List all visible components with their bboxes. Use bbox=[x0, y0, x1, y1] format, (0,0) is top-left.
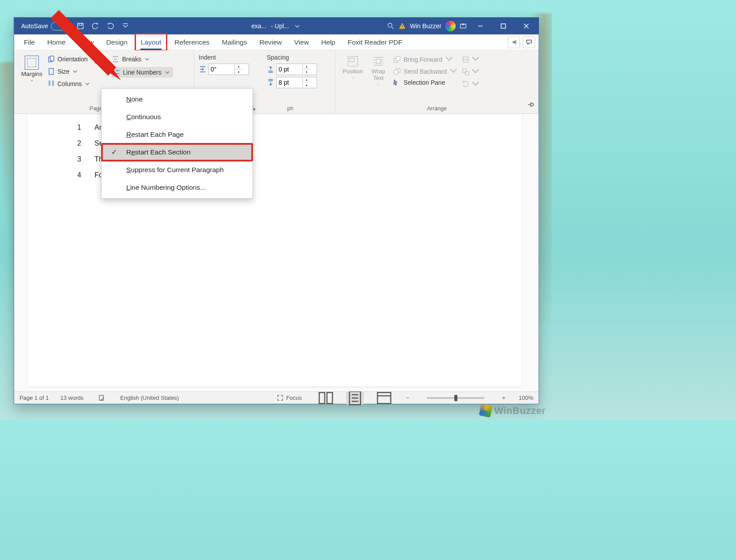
indent-label: Indent bbox=[199, 54, 249, 62]
menu-item-restart-page[interactable]: Restart Each Page bbox=[102, 126, 253, 143]
spacing-label: Spacing bbox=[267, 54, 317, 62]
tab-view[interactable]: View bbox=[288, 34, 315, 50]
svg-text:1: 1 bbox=[113, 69, 115, 72]
group-arrange-label: Arrange bbox=[340, 104, 534, 113]
margins-label: Margins bbox=[19, 71, 45, 77]
tab-references[interactable]: References bbox=[168, 34, 215, 50]
comments-button[interactable] bbox=[523, 37, 535, 48]
account-name[interactable]: Win Buzzer bbox=[410, 23, 442, 30]
menu-item-options[interactable]: Line Numbering Options... bbox=[102, 179, 253, 196]
zoom-in-button[interactable]: + bbox=[500, 392, 507, 404]
svg-rect-0 bbox=[77, 23, 83, 29]
chevron-down-icon bbox=[73, 68, 77, 75]
tab-mailings[interactable]: Mailings bbox=[216, 34, 253, 50]
zoom-percent[interactable]: 100% bbox=[519, 395, 533, 401]
menu-item-suppress[interactable]: Suppress for Current Paragraph bbox=[102, 161, 253, 179]
document-filename: exa... bbox=[251, 23, 266, 30]
line-numbers-button[interactable]: 12 Line Numbers bbox=[111, 67, 173, 78]
undo-icon[interactable] bbox=[91, 22, 99, 30]
tab-review[interactable]: Review bbox=[253, 34, 288, 50]
svg-rect-1 bbox=[79, 23, 82, 26]
zoom-slider[interactable] bbox=[427, 397, 484, 399]
spacing-before-input[interactable]: ▲▼ bbox=[276, 64, 317, 75]
tab-layout[interactable]: Layout bbox=[135, 33, 168, 51]
svg-rect-18 bbox=[463, 69, 466, 72]
save-icon[interactable] bbox=[76, 22, 84, 30]
bring-forward-button[interactable]: Bring Forward bbox=[393, 55, 457, 64]
svg-text:2: 2 bbox=[113, 72, 115, 75]
menu-item-restart-section[interactable]: ✓ Restart Each Section bbox=[102, 143, 253, 161]
indent-left-row: ▲▼ bbox=[199, 64, 249, 75]
watermark: WinBuzzer bbox=[480, 405, 546, 417]
redo-icon[interactable] bbox=[106, 22, 114, 30]
svg-rect-10 bbox=[348, 56, 358, 66]
account-avatar-icon[interactable] bbox=[445, 21, 456, 31]
chevron-down-icon bbox=[91, 56, 95, 63]
send-backward-button[interactable]: Send Backward bbox=[393, 67, 457, 76]
svg-rect-22 bbox=[377, 392, 391, 403]
ribbon-display-icon[interactable] bbox=[459, 22, 467, 30]
autosave-label: AutoSave bbox=[21, 23, 48, 30]
margins-button[interactable]: Margins ⌄ bbox=[19, 53, 45, 82]
check-icon: ✓ bbox=[111, 148, 118, 156]
chevron-down-icon bbox=[145, 56, 149, 63]
status-page[interactable]: Page 1 of 1 bbox=[19, 395, 49, 401]
maximize-button[interactable] bbox=[494, 18, 513, 34]
selection-pane-button[interactable]: Selection Pane bbox=[393, 79, 457, 86]
status-language[interactable]: English (United States) bbox=[120, 395, 179, 401]
zoom-out-button[interactable]: − bbox=[404, 392, 411, 404]
title-dropdown-icon[interactable] bbox=[294, 22, 302, 30]
share-button[interactable] bbox=[508, 37, 520, 48]
menu-item-none[interactable]: None bbox=[102, 90, 253, 108]
ribbon-pin-icon[interactable] bbox=[527, 101, 534, 110]
size-button[interactable]: Size bbox=[47, 67, 98, 76]
titlebar: AutoSave Off exa... - Upl... Win Buzzer bbox=[14, 18, 539, 34]
autosave-toggle[interactable]: AutoSave Off bbox=[21, 22, 69, 30]
spacing-after-row: ▲▼ bbox=[267, 77, 317, 88]
group-button[interactable] bbox=[462, 67, 479, 77]
svg-rect-11 bbox=[350, 58, 354, 62]
tab-design[interactable]: Design bbox=[100, 34, 134, 50]
tab-home[interactable]: Home bbox=[41, 34, 72, 50]
svg-rect-14 bbox=[396, 56, 400, 60]
breaks-button[interactable]: Breaks bbox=[111, 55, 173, 64]
margins-icon bbox=[25, 56, 39, 70]
qat-customize-icon[interactable] bbox=[121, 22, 129, 30]
tab-help[interactable]: Help bbox=[315, 34, 342, 50]
document-area[interactable]: 1 An Exa 2 Second 3 Third Li 4 Fourth bbox=[14, 114, 539, 391]
spacing-after-input[interactable]: ▲▼ bbox=[276, 77, 317, 88]
svg-rect-16 bbox=[394, 70, 398, 74]
minimize-button[interactable] bbox=[471, 18, 490, 34]
word-window: AutoSave Off exa... - Upl... Win Buzzer … bbox=[14, 17, 539, 404]
svg-rect-19 bbox=[465, 71, 469, 75]
status-spellcheck[interactable] bbox=[95, 392, 109, 404]
statusbar: Page 1 of 1 13 words English (United Sta… bbox=[14, 391, 539, 404]
web-layout-view[interactable] bbox=[375, 392, 393, 404]
align-button[interactable] bbox=[462, 55, 479, 64]
position-button[interactable]: Position ⌄ bbox=[340, 53, 366, 79]
indent-left-input[interactable]: ▲▼ bbox=[208, 64, 249, 75]
watermark-logo-icon bbox=[479, 404, 493, 418]
wrap-text-button[interactable]: Wrap Text ⌄ bbox=[366, 53, 391, 86]
tab-foxit[interactable]: Foxit Reader PDF bbox=[341, 34, 408, 50]
svg-rect-12 bbox=[376, 59, 381, 64]
columns-button[interactable]: Columns bbox=[47, 79, 98, 88]
warning-icon[interactable] bbox=[398, 22, 406, 30]
status-word-count[interactable]: 13 words bbox=[60, 395, 84, 401]
menu-item-continuous[interactable]: Continuous bbox=[102, 108, 253, 126]
print-layout-view[interactable] bbox=[346, 392, 364, 404]
orientation-button[interactable]: Orientation bbox=[47, 55, 98, 64]
svg-rect-4 bbox=[501, 24, 506, 28]
search-icon[interactable] bbox=[387, 22, 395, 30]
tab-file[interactable]: File bbox=[18, 34, 41, 50]
svg-point-2 bbox=[388, 23, 392, 27]
focus-button[interactable]: Focus bbox=[273, 392, 305, 404]
autosave-state: Off bbox=[51, 22, 69, 30]
close-button[interactable] bbox=[517, 18, 536, 34]
spacing-before-row: ▲▼ bbox=[267, 64, 317, 75]
rotate-button[interactable] bbox=[462, 79, 479, 89]
read-mode-view[interactable] bbox=[317, 392, 335, 404]
tab-draw[interactable]: Draw bbox=[72, 34, 100, 50]
svg-rect-7 bbox=[49, 68, 53, 75]
group-arrange: Position ⌄ Wrap Text ⌄ Bring Forward bbox=[336, 50, 539, 113]
